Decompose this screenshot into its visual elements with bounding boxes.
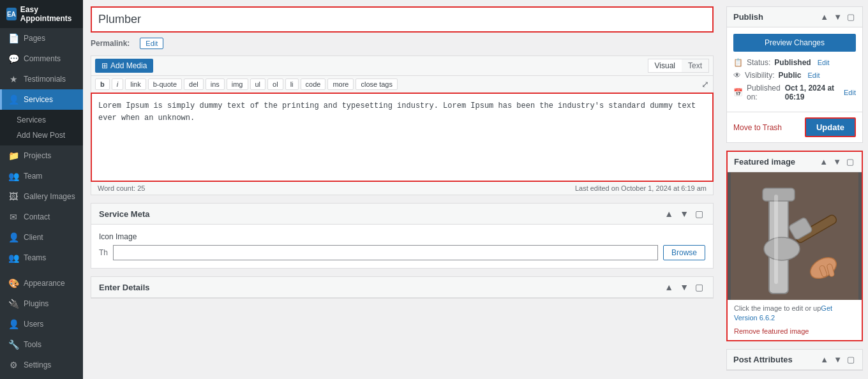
post-attributes-controls: ▲ ▼ ▢ <box>819 355 856 364</box>
enter-details-box: Enter Details ▲ ▼ ▢ <box>91 276 714 299</box>
publish-expand[interactable]: ▢ <box>846 12 856 22</box>
icon-prefix: Th <box>99 248 108 257</box>
featured-image-container[interactable] <box>728 172 862 300</box>
editor-toolbar: ⊞ Add Media Visual Text <box>91 56 714 75</box>
meta-expand[interactable]: ▢ <box>693 209 705 219</box>
fmt-bquote[interactable]: b-quote <box>148 78 182 90</box>
update-button[interactable]: Update <box>805 117 856 137</box>
editor-panel: Permalink: Edit ⊞ Add Media Visual Text … <box>83 0 721 379</box>
visibility-edit-link[interactable]: Edit <box>807 71 819 79</box>
sidebar-item-label: Comments <box>24 54 61 63</box>
details-collapse-down[interactable]: ▼ <box>678 282 691 292</box>
editor-content[interactable]: Lorem Ipsum is simply dummy text of the … <box>91 93 714 182</box>
service-meta-content: Icon Image Th Browse <box>91 225 713 268</box>
sidebar-item-gallery-images[interactable]: 🖼 Gallery Images <box>0 186 83 207</box>
main-content: Permalink: Edit ⊞ Add Media Visual Text … <box>83 0 868 379</box>
sidebar-item-notification-bars[interactable]: 🔔 Notification Bars <box>0 375 83 379</box>
permalink-edit-button[interactable]: Edit <box>140 38 163 49</box>
add-media-button[interactable]: ⊞ Add Media <box>95 59 153 73</box>
featured-expand[interactable]: ▢ <box>845 157 855 167</box>
fmt-close-tags[interactable]: close tags <box>355 78 398 90</box>
details-collapse-up[interactable]: ▲ <box>662 282 675 292</box>
attributes-expand[interactable]: ▢ <box>846 355 856 364</box>
contact-icon: ✉ <box>8 212 19 222</box>
plumber-image <box>731 172 858 300</box>
visual-tab[interactable]: Visual <box>648 59 682 72</box>
sidebar-sub-item-services[interactable]: Services <box>0 112 83 128</box>
visibility-label: Visibility: <box>745 71 774 80</box>
sidebar-item-users[interactable]: 👤 Users <box>0 314 83 334</box>
meta-collapse-down[interactable]: ▼ <box>678 209 691 219</box>
published-label: Published on: <box>747 84 781 101</box>
publish-date-row: 📅 Published on: Oct 1, 2024 at 06:19 Edi… <box>733 84 856 101</box>
enter-details-controls: ▲ ▼ ▢ <box>662 282 705 292</box>
fmt-code[interactable]: code <box>301 78 326 90</box>
fmt-ol[interactable]: ol <box>267 78 283 90</box>
remove-featured-image-link[interactable]: Remove featured image <box>728 327 862 340</box>
fmt-del[interactable]: del <box>184 78 204 90</box>
fmt-li[interactable]: li <box>285 78 299 90</box>
post-title-input[interactable] <box>91 6 714 33</box>
sidebar-item-team[interactable]: 👥 Team <box>0 166 83 186</box>
sidebar-item-plugins[interactable]: 🔌 Plugins <box>0 294 83 314</box>
sidebar-item-label: Appearance <box>24 279 65 288</box>
sidebar-item-projects[interactable]: 📁 Projects <box>0 145 83 166</box>
details-expand[interactable]: ▢ <box>693 282 705 292</box>
publish-box: Publish ▲ ▼ ▢ Preview Changes 📋 Status: … <box>726 6 863 143</box>
expand-editor-button[interactable]: ⤢ <box>701 79 709 89</box>
sidebar-sub-item-add-new[interactable]: Add New Post <box>0 128 83 143</box>
add-media-label: Add Media <box>110 61 147 70</box>
fmt-img[interactable]: img <box>227 78 248 90</box>
sidebar-item-settings[interactable]: ⚙ Settings <box>0 355 83 375</box>
fmt-italic[interactable]: i <box>112 78 123 90</box>
publish-collapse-down[interactable]: ▼ <box>832 12 843 22</box>
permalink-label: Permalink: <box>91 39 130 48</box>
fmt-bold[interactable]: b <box>95 78 110 90</box>
attributes-collapse-down[interactable]: ▼ <box>832 355 843 364</box>
svg-rect-3 <box>763 188 795 201</box>
appearance-icon: 🎨 <box>8 278 19 288</box>
attributes-collapse-up[interactable]: ▲ <box>819 355 830 364</box>
permalink-row: Permalink: Edit <box>91 38 714 49</box>
fmt-more[interactable]: more <box>327 78 354 90</box>
status-edit-link[interactable]: Edit <box>818 59 830 66</box>
editor-footer: Word count: 25 Last edited on October 1,… <box>91 182 714 195</box>
publish-collapse-up[interactable]: ▲ <box>819 12 830 22</box>
text-tab[interactable]: Text <box>682 59 708 72</box>
word-count-label: Word count: <box>98 184 135 192</box>
sub-item-label: Add New Post <box>17 131 65 140</box>
sidebar-item-tools[interactable]: 🔧 Tools <box>0 334 83 355</box>
fmt-link[interactable]: link <box>125 78 146 90</box>
sidebar-item-testimonials[interactable]: ★ Testimonials <box>0 69 83 89</box>
fmt-ul[interactable]: ul <box>250 78 266 90</box>
browse-button[interactable]: Browse <box>663 245 705 260</box>
sidebar-item-contact[interactable]: ✉ Contact <box>0 207 83 227</box>
publish-status-row: 📋 Status: Published Edit <box>733 58 856 67</box>
gallery-icon: 🖼 <box>8 191 19 202</box>
sidebar-item-label: Testimonials <box>24 75 66 84</box>
featured-image-title: Featured image <box>734 157 818 167</box>
enter-details-title: Enter Details <box>99 283 662 292</box>
sidebar-item-teams[interactable]: 👥 Teams <box>0 248 83 268</box>
teams-icon: 👥 <box>8 253 19 263</box>
status-icon: 📋 <box>733 58 743 67</box>
move-to-trash-link[interactable]: Move to Trash <box>733 123 782 132</box>
sidebar-item-pages[interactable]: 📄 Pages <box>0 28 83 48</box>
settings-icon: ⚙ <box>8 360 19 370</box>
icon-image-input[interactable] <box>113 245 658 260</box>
sidebar-item-comments[interactable]: 💬 Comments <box>0 48 83 69</box>
visual-text-tabs: Visual Text <box>648 59 709 73</box>
fmt-ins[interactable]: ins <box>206 78 225 90</box>
meta-collapse-up[interactable]: ▲ <box>662 209 675 219</box>
sidebar-item-label: Services <box>24 95 53 104</box>
tools-icon: 🔧 <box>8 339 19 350</box>
pages-icon: 📄 <box>8 33 19 43</box>
featured-collapse-down[interactable]: ▼ <box>832 157 842 167</box>
sidebar-logo[interactable]: EA Easy Appointments <box>0 0 83 28</box>
sidebar-item-appearance[interactable]: 🎨 Appearance <box>0 273 83 294</box>
preview-changes-button[interactable]: Preview Changes <box>733 34 856 52</box>
sidebar-item-services[interactable]: 👤 Services <box>0 89 83 110</box>
featured-collapse-up[interactable]: ▲ <box>818 157 829 167</box>
published-edit-link[interactable]: Edit <box>844 89 856 96</box>
sidebar-item-client[interactable]: 👤 Client <box>0 227 83 248</box>
